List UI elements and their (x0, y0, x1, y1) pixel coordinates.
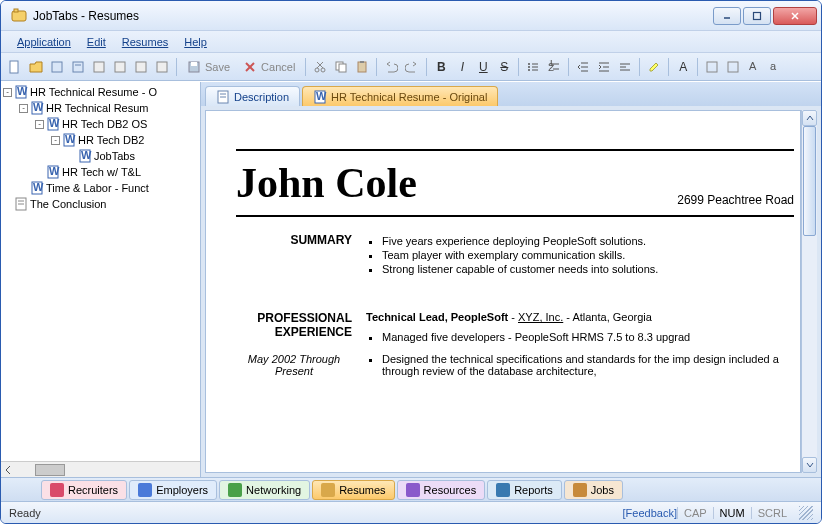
menubar: Application Edit Resumes Help (1, 31, 821, 53)
word-doc-icon: W (313, 90, 327, 104)
tb-underline-icon[interactable]: U (473, 57, 493, 77)
menu-help[interactable]: Help (176, 34, 215, 50)
tb-separator (426, 58, 427, 76)
menu-edit[interactable]: Edit (79, 34, 114, 50)
tb-icon-3[interactable] (47, 57, 67, 77)
svg-text:W: W (316, 90, 327, 102)
tb-paste-icon[interactable] (352, 57, 372, 77)
date-range: May 2002 Through Present (236, 353, 352, 377)
tree-expander-icon[interactable]: - (19, 104, 28, 113)
scroll-up-icon[interactable] (802, 110, 817, 126)
bottom-tab-reports[interactable]: Reports (487, 480, 562, 500)
tb-separator (305, 58, 306, 76)
bottom-tab-employers[interactable]: Employers (129, 480, 217, 500)
tb-copy-icon[interactable] (331, 57, 351, 77)
feedback-link[interactable]: [Feedback] (623, 507, 677, 519)
svg-rect-15 (191, 62, 197, 66)
svg-rect-7 (52, 62, 62, 72)
tree-item[interactable]: -WHR Tech DB2 (3, 132, 198, 148)
content-area: -WHR Technical Resume - O-WHR Technical … (1, 81, 821, 477)
minimize-button[interactable] (713, 7, 741, 25)
bottom-tab-recruiters[interactable]: Recruiters (41, 480, 127, 500)
save-label: Save (205, 61, 230, 73)
menu-resumes[interactable]: Resumes (114, 34, 176, 50)
save-button[interactable]: Save (181, 57, 236, 77)
word-doc-icon: W (62, 133, 76, 147)
word-doc-icon: W (46, 117, 60, 131)
tb-font-color-icon[interactable]: A (673, 57, 693, 77)
tb-cut-icon[interactable] (310, 57, 330, 77)
tb-indent-icon[interactable] (594, 57, 614, 77)
hscroll-thumb[interactable] (35, 464, 65, 476)
summary-item: Team player with exemplary communication… (382, 249, 794, 261)
tb-misc-2-icon[interactable] (723, 57, 743, 77)
tree-item[interactable]: -WHR Technical Resum (3, 100, 198, 116)
svg-rect-13 (157, 62, 167, 72)
doc-rule (236, 149, 794, 151)
resize-grip-icon[interactable] (799, 506, 813, 520)
tb-misc-1-icon[interactable] (702, 57, 722, 77)
main-window: JobTabs - Resumes Application Edit Resum… (0, 0, 822, 524)
tb-redo-icon[interactable] (402, 57, 422, 77)
tree-item[interactable]: WHR Tech w/ T&L (3, 164, 198, 180)
tree-item[interactable]: The Conclusion (3, 196, 198, 212)
tb-new-icon[interactable] (5, 57, 25, 77)
svg-point-26 (528, 63, 530, 65)
bottom-tab-label: Recruiters (68, 484, 118, 496)
tb-icon-6[interactable] (110, 57, 130, 77)
tree-item[interactable]: WJobTabs (3, 148, 198, 164)
tb-strike-icon[interactable]: S (494, 57, 514, 77)
tree-item[interactable]: -WHR Tech DB2 OS (3, 116, 198, 132)
tb-undo-icon[interactable] (381, 57, 401, 77)
description-icon (216, 90, 230, 104)
tree-expander-icon[interactable]: - (35, 120, 44, 129)
tb-list-number-icon[interactable]: 12 (544, 57, 564, 77)
tb-icon-4[interactable] (68, 57, 88, 77)
document-area: John Cole 2699 Peachtree Road SUMMARY Fi… (201, 106, 821, 477)
word-doc-icon: W (30, 181, 44, 195)
word-doc-icon: W (30, 101, 44, 115)
recruiters-icon (50, 483, 64, 497)
bottom-tab-resumes[interactable]: Resumes (312, 480, 394, 500)
experience-item: Managed five developers - PeopleSoft HRM… (382, 331, 794, 343)
tree-item[interactable]: WTime & Labor - Funct (3, 180, 198, 196)
save-icon (187, 60, 201, 74)
tree-item[interactable]: -WHR Technical Resume - O (3, 84, 198, 100)
tab-hr-resume[interactable]: W HR Technical Resume - Original (302, 86, 498, 106)
bottom-tab-jobs[interactable]: Jobs (564, 480, 623, 500)
experience-label: PROFESSIONAL EXPERIENCE (236, 311, 352, 339)
tb-icon-8[interactable] (152, 57, 172, 77)
scroll-down-icon[interactable] (802, 457, 817, 473)
tb-icon-5[interactable] (89, 57, 109, 77)
tb-italic-icon[interactable]: I (452, 57, 472, 77)
tb-highlight-icon[interactable] (644, 57, 664, 77)
tb-outdent-icon[interactable] (573, 57, 593, 77)
scroll-thumb[interactable] (803, 126, 816, 236)
resumes-icon (321, 483, 335, 497)
vertical-scrollbar[interactable] (801, 110, 817, 473)
tb-list-bullet-icon[interactable] (523, 57, 543, 77)
bottom-tab-networking[interactable]: Networking (219, 480, 310, 500)
menu-application[interactable]: Application (9, 34, 79, 50)
maximize-button[interactable] (743, 7, 771, 25)
document-page: John Cole 2699 Peachtree Road SUMMARY Fi… (205, 110, 801, 473)
tb-misc-3-icon[interactable]: A (744, 57, 764, 77)
tb-icon-7[interactable] (131, 57, 151, 77)
close-button[interactable] (773, 7, 817, 25)
tree-expander-icon[interactable]: - (3, 88, 12, 97)
tb-open-icon[interactable] (26, 57, 46, 77)
tree-hscroll[interactable] (1, 461, 200, 477)
bottom-tab-resources[interactable]: Resources (397, 480, 486, 500)
scroll-left-icon[interactable] (1, 463, 15, 477)
tb-separator (176, 58, 177, 76)
cancel-button[interactable]: Cancel (237, 57, 301, 77)
jobs-icon (573, 483, 587, 497)
tab-description-label: Description (234, 91, 289, 103)
tb-bold-icon[interactable]: B (431, 57, 451, 77)
tb-align-icon[interactable] (615, 57, 635, 77)
tree-leaf-icon (3, 200, 12, 209)
tb-misc-4-icon[interactable]: a (765, 57, 785, 77)
tab-description[interactable]: Description (205, 86, 300, 106)
scroll-track[interactable] (802, 126, 817, 457)
tree-expander-icon[interactable]: - (51, 136, 60, 145)
